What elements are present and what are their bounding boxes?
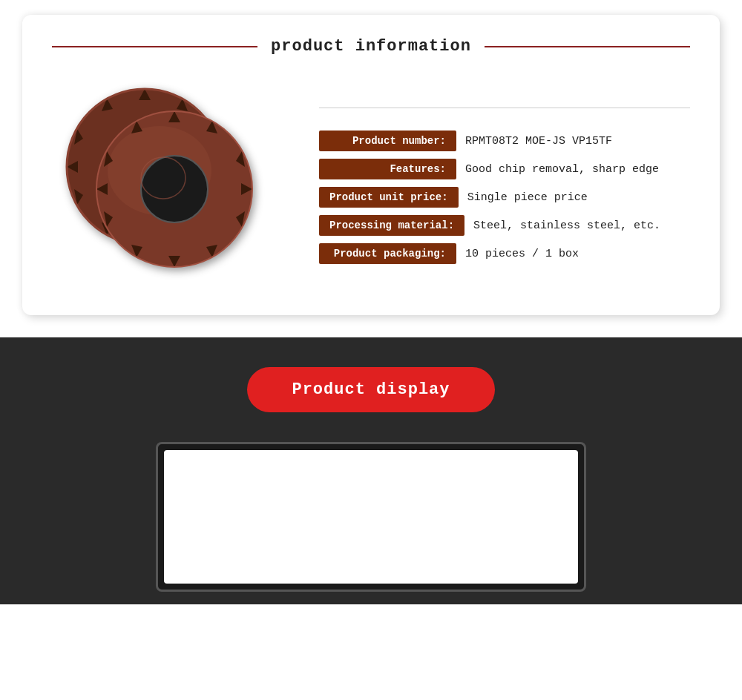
label-packaging: Product packaging: <box>319 243 456 264</box>
product-info-card: product information <box>22 15 720 315</box>
label-material: Processing material: <box>319 215 464 236</box>
section-title: product information <box>257 37 485 56</box>
separator-line <box>319 108 690 108</box>
product-svg <box>59 78 282 285</box>
display-image-box <box>156 442 586 592</box>
value-packaging: 10 pieces / 1 box <box>465 248 579 260</box>
label-product-number: Product number: <box>319 131 456 151</box>
product-row-material: Processing material: Steel, stainless st… <box>319 215 690 236</box>
top-section: product information <box>0 0 742 337</box>
product-image-area <box>52 78 289 285</box>
header-line-left <box>52 46 257 47</box>
product-display-button[interactable]: Product display <box>247 367 494 412</box>
section-header: product information <box>52 37 690 56</box>
product-row-packaging: Product packaging: 10 pieces / 1 box <box>319 243 690 264</box>
display-image-inner <box>164 450 578 584</box>
bottom-section: Product display <box>0 337 742 604</box>
value-product-number: RPMT08T2 MOE-JS VP15TF <box>465 135 612 148</box>
value-features: Good chip removal, sharp edge <box>465 163 659 176</box>
header-line-right <box>485 46 690 47</box>
label-features: Features: <box>319 159 456 179</box>
product-row-number: Product number: RPMT08T2 MOE-JS VP15TF <box>319 131 690 151</box>
product-row-features: Features: Good chip removal, sharp edge <box>319 159 690 179</box>
product-row-unit-price: Product unit price: Single piece price <box>319 187 690 208</box>
product-content: Product number: RPMT08T2 MOE-JS VP15TF F… <box>52 78 690 285</box>
value-material: Steel, stainless steel, etc. <box>473 219 660 232</box>
product-image <box>59 78 282 285</box>
label-unit-price: Product unit price: <box>319 187 459 208</box>
value-unit-price: Single piece price <box>467 191 588 204</box>
product-table: Product number: RPMT08T2 MOE-JS VP15TF F… <box>319 131 690 264</box>
product-details-area: Product number: RPMT08T2 MOE-JS VP15TF F… <box>319 78 690 264</box>
